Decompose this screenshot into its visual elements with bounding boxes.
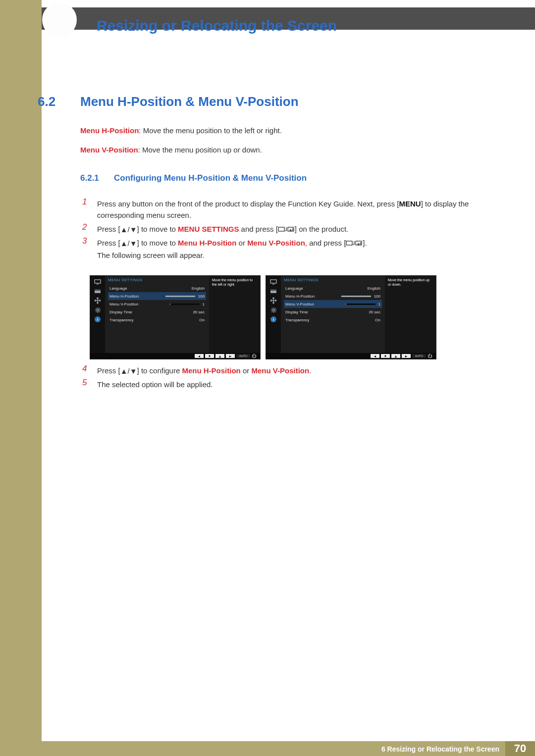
move-icon [269,298,277,303]
subsection-number: 6.2.1 [80,173,99,183]
osd-row-v-position: Menu V-Position1 [284,300,382,308]
section-number: 6.2 [38,94,55,109]
osd-title: MENU SETTINGS [108,278,206,282]
footer-chapter-label: 6 Resizing or Relocating the Screen [381,745,499,753]
power-icon: ⏻ [428,353,432,358]
svg-rect-9 [270,280,276,283]
step-5-number: 5 [82,378,87,388]
osd-row-display-time: Display Time20 sec [284,308,382,316]
osd-row-h-position: Menu H-Position100 [108,292,206,300]
svg-rect-2 [346,241,352,245]
section-title: Menu H-Position & Menu V-Position [80,94,299,109]
desc-v-label: Menu V-Position [80,146,138,154]
osd-title: MENU SETTINGS [284,278,382,282]
osd-h-position: i MENU SETTINGS LanguageEnglish Menu H-P… [90,275,261,359]
nav-right-icon: ► [226,354,235,358]
osd-row-display-time: Display Time20 sec [108,308,206,316]
desc-h-label: Menu H-Position [80,126,139,135]
nav-up-icon: ▲ [391,354,400,358]
info-icon: i [95,316,101,322]
nav-right-icon: ► [402,354,411,358]
source-enter-icon [278,224,295,235]
desc-v-position: Menu V-Position: Move the menu position … [80,146,262,154]
nav-down-icon: ▼ [381,354,390,358]
step-5-text: The selected option will be applied. [97,379,213,390]
left-margin-stripe [0,0,42,741]
osd-row-language: LanguageEnglish [108,284,206,292]
osd-row-h-position: Menu H-Position100 [284,292,382,300]
info-icon: i [270,316,276,322]
step-2-number: 2 [82,222,87,232]
power-icon: ⏻ [252,353,256,358]
svg-point-13 [272,309,274,311]
nav-left-icon: ◄ [371,354,379,358]
menu-label: MENU [399,200,421,208]
osd-hint-v: Move the menu position up or down. [387,277,434,288]
svg-rect-4 [95,280,101,283]
osd-screenshot-pair: i MENU SETTINGS LanguageEnglish Menu H-P… [90,275,436,359]
osd-row-transparency: TransparencyOn [284,316,382,324]
step-1-number: 1 [82,197,87,207]
monitor-icon [94,279,102,285]
nav-auto-button: AUTO [236,354,250,358]
nav-up-icon: ▲ [215,354,224,358]
osd-row-v-position: Menu V-Position1 [108,300,206,308]
subsection-title: Configuring Menu H-Position & Menu V-Pos… [114,173,307,183]
source-enter-icon [346,238,363,249]
panel-icon [269,288,277,294]
move-icon [94,298,102,303]
chapter-circle [42,2,77,37]
osd-nav-bar: ◄ ▼ ▲ ► AUTO ⏻ [90,353,260,359]
gear-icon [269,307,277,313]
desc-v-text: : Move the menu position up or down. [138,146,262,154]
step-3-number: 3 [82,236,87,246]
step-1-text: Press any button on the front of the pro… [97,198,479,221]
gear-icon [94,307,102,313]
svg-rect-0 [278,227,284,231]
nav-down-icon: ▼ [205,354,214,358]
osd-row-transparency: TransparencyOn [108,316,206,324]
osd-hint-h: Move the menu position to the left or ri… [211,277,259,288]
svg-point-8 [97,309,99,311]
up-down-arrow-icon: ▲/▼ [120,238,137,249]
panel-icon [94,288,102,294]
step-3-text: Press [▲/▼] to move to Menu H-Position o… [97,237,367,261]
chapter-title: Resizing or Relocating the Screen [97,17,337,34]
monitor-icon [269,279,277,285]
nav-left-icon: ◄ [195,354,204,358]
nav-auto-button: AUTO [412,354,426,358]
step-4-number: 4 [82,364,87,374]
desc-h-text: : Move the menu position to the left or … [139,126,282,135]
svg-rect-12 [270,289,276,291]
step-4-text: Press [▲/▼] to configure Menu H-Position… [97,365,311,377]
up-down-arrow-icon: ▲/▼ [120,224,137,235]
step-2-text: Press [▲/▼] to move to MENU SETTINGS and… [97,223,348,236]
osd-nav-bar: ◄ ▼ ▲ ► AUTO ⏻ [266,353,436,359]
osd-v-position: i MENU SETTINGS LanguageEnglish Menu H-P… [266,275,436,359]
up-down-arrow-icon: ▲/▼ [120,365,137,377]
osd-row-language: LanguageEnglish [284,284,382,292]
svg-rect-7 [95,289,101,291]
desc-h-position: Menu H-Position: Move the menu position … [80,126,282,135]
page-number: 70 [505,741,535,756]
